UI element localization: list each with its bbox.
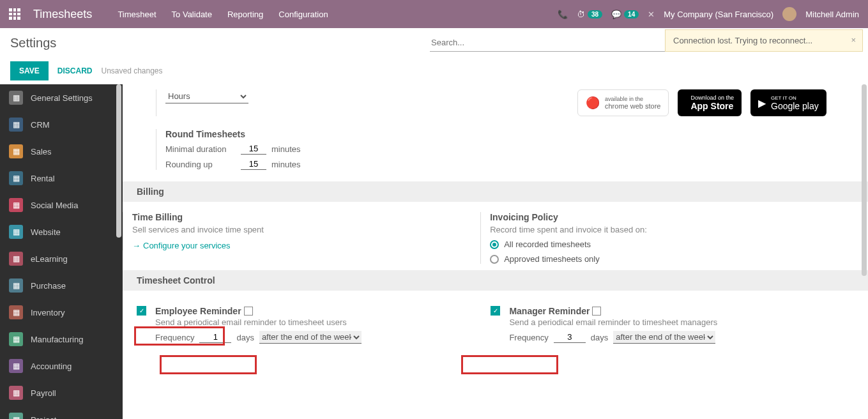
app-brand[interactable]: Timesheets [33, 8, 92, 21]
sidebar-icon: ▦ [9, 359, 23, 373]
sidebar-item-inventory[interactable]: ▦Inventory [0, 299, 123, 326]
manager-period-select[interactable]: after the end of the week [613, 331, 715, 344]
manager-reminder-desc: Send a periodical email reminder to time… [509, 317, 838, 327]
manager-frequency-input[interactable] [554, 331, 586, 343]
sidebar-item-elearning[interactable]: ▦eLearning [0, 245, 123, 272]
menu-configuration[interactable]: Configuration [278, 10, 328, 19]
sidebar-item-label: Accounting [31, 362, 72, 371]
radio-all-recorded[interactable] [490, 240, 499, 249]
encoding-unit-select[interactable]: Hours [165, 89, 248, 103]
sidebar-icon: ▦ [9, 91, 23, 105]
sidebar-item-label: Website [31, 227, 61, 237]
days-label: days [591, 333, 608, 342]
sidebar-item-general-settings[interactable]: ▦General Settings [0, 84, 123, 111]
sidebar-item-label: Inventory [31, 308, 65, 317]
sidebar-item-project[interactable]: ▦Project [0, 406, 123, 419]
sidebar-item-label: Purchase [31, 281, 66, 291]
company-icon[interactable] [592, 307, 601, 316]
highlight-annotation [461, 355, 558, 374]
unsaved-indicator: Unsaved changes [101, 66, 162, 75]
user-name[interactable]: Mitchell Admin [805, 10, 859, 19]
sidebar-icon: ▦ [9, 386, 23, 400]
sidebar-icon: ▦ [9, 413, 23, 419]
sidebar-icon: ▦ [9, 198, 23, 212]
billing-section-header: Billing [123, 181, 868, 202]
sidebar-icon: ▦ [9, 225, 23, 239]
messages-indicator[interactable]: 💬14 [611, 10, 639, 19]
highlight-annotation [160, 355, 257, 374]
min-duration-label: Minimal duration [165, 144, 236, 154]
sidebar-icon: ▦ [9, 118, 23, 132]
sidebar-item-accounting[interactable]: ▦Accounting [0, 353, 123, 379]
sidebar-item-website[interactable]: ▦Website [0, 218, 123, 245]
sidebar-icon: ▦ [9, 278, 23, 293]
sidebar-item-rental[interactable]: ▦Rental [0, 165, 123, 192]
menu-reporting[interactable]: Reporting [227, 10, 263, 19]
round-title: Round Timesheets [165, 129, 301, 139]
sidebar-item-purchase[interactable]: ▦Purchase [0, 272, 123, 299]
chrome-store-badge[interactable]: 🔴 available in thechrome web store [577, 89, 669, 116]
invoicing-policy-title: Invoicing Policy [490, 212, 838, 222]
sidebar-icon: ▦ [9, 332, 23, 346]
sidebar-icon: ▦ [9, 305, 23, 319]
save-button[interactable]: SAVE [10, 61, 49, 80]
menu-timesheet[interactable]: Timesheet [118, 10, 156, 19]
sidebar-icon: ▦ [9, 252, 23, 266]
employee-reminder-desc: Send a periodical email reminder to time… [155, 317, 484, 327]
company-icon[interactable] [244, 307, 253, 316]
activity-indicator[interactable]: ⏱38 [577, 10, 602, 19]
sidebar-item-label: eLearning [31, 254, 68, 264]
sidebar-item-sales[interactable]: ▦Sales [0, 138, 123, 165]
sidebar-item-manufacturing[interactable]: ▦Manufacturing [0, 326, 123, 353]
apps-menu-icon[interactable] [9, 8, 20, 20]
days-label: days [236, 333, 254, 342]
sidebar-item-crm[interactable]: ▦CRM [0, 111, 123, 138]
manager-reminder-checkbox[interactable]: ✓ [491, 306, 500, 316]
close-icon[interactable]: ✕ [648, 10, 655, 19]
manager-reminder-title: Manager Reminder [509, 306, 590, 316]
rounding-up-input[interactable] [241, 158, 266, 170]
google-play-badge[interactable]: ▶ GET IT ONGoogle play [750, 89, 826, 116]
arrow-right-icon: → [132, 241, 141, 250]
min-duration-input[interactable] [241, 143, 266, 155]
rounding-up-label: Rounding up [165, 160, 236, 169]
discard-button[interactable]: DISCARD [57, 66, 93, 75]
configure-services-link[interactable]: →Configure your services [132, 241, 480, 250]
sidebar-item-label: Rental [31, 174, 55, 183]
page-title: Settings [10, 36, 56, 50]
frequency-label: Frequency [509, 333, 548, 342]
app-store-badge[interactable]: Download on theApp Store [678, 89, 742, 116]
radio-approved-only[interactable] [490, 255, 499, 264]
settings-sidebar: ▦General Settings▦CRM▦Sales▦Rental▦Socia… [0, 84, 123, 419]
sidebar-icon: ▦ [9, 144, 23, 158]
invoicing-policy-desc: Record time spent and invoice it based o… [490, 225, 838, 234]
unit-label: minutes [271, 160, 301, 169]
employee-reminder-checkbox[interactable]: ✓ [137, 306, 146, 316]
connection-toast: Connection lost. Trying to reconnect... … [665, 29, 863, 52]
sidebar-item-label: General Settings [31, 93, 93, 103]
sidebar-item-social-media[interactable]: ▦Social Media [0, 192, 123, 218]
sidebar-item-payroll[interactable]: ▦Payroll [0, 379, 123, 406]
sidebar-item-label: Payroll [31, 388, 56, 398]
sidebar-item-label: CRM [31, 120, 50, 130]
company-selector[interactable]: My Company (San Francisco) [664, 10, 773, 19]
phone-icon[interactable]: 📞 [558, 10, 568, 19]
employee-period-select[interactable]: after the end of the week [259, 331, 362, 344]
toast-close-icon[interactable]: × [851, 35, 856, 45]
sidebar-item-label: Project [31, 415, 56, 420]
sidebar-icon: ▦ [9, 171, 23, 185]
time-billing-title: Time Billing [132, 212, 480, 222]
sidebar-item-label: Sales [31, 147, 52, 156]
play-icon: ▶ [758, 97, 766, 109]
employee-reminder-title: Employee Reminder [155, 306, 241, 316]
sidebar-item-label: Manufacturing [31, 335, 83, 344]
sidebar-item-label: Social Media [31, 201, 78, 210]
menu-to-validate[interactable]: To Validate [172, 10, 212, 19]
timesheet-control-header: Timesheet Control [123, 270, 868, 291]
highlight-annotation [134, 326, 225, 346]
chrome-icon: 🔴 [586, 96, 600, 110]
time-billing-desc: Sell services and invoice time spent [132, 225, 480, 234]
unit-label: minutes [271, 144, 301, 154]
user-avatar[interactable] [782, 7, 796, 21]
